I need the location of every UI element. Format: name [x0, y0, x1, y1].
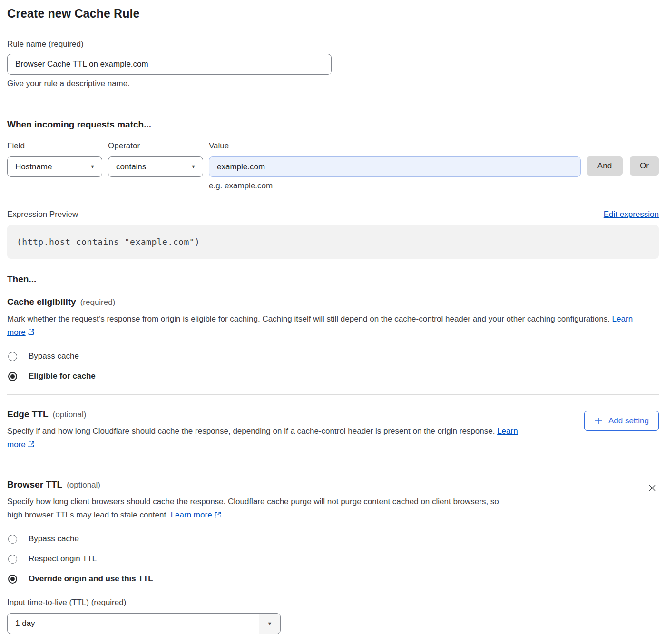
- value-label: Value: [209, 141, 581, 151]
- cache-eligibility-title: Cache eligibility: [7, 297, 76, 307]
- chevron-down-icon: ▼: [90, 164, 95, 169]
- match-controls-row: Field Hostname ▼ Operator contains ▼ Val…: [7, 141, 659, 177]
- edge-ttl-description: Specify if and how long Cloudflare shoul…: [7, 425, 530, 451]
- ttl-select-dropdown-button[interactable]: ▼: [259, 614, 280, 634]
- radio-option-eligible-for-cache[interactable]: Eligible for cache: [7, 371, 659, 381]
- value-input[interactable]: [209, 156, 581, 177]
- rule-name-input[interactable]: [7, 54, 332, 75]
- browser-ttl-learn-more-link[interactable]: Learn more: [171, 510, 212, 519]
- radio-icon[interactable]: [8, 352, 17, 361]
- browser-ttl-qualifier: (optional): [67, 480, 100, 490]
- edge-ttl-qualifier: (optional): [53, 410, 87, 420]
- ttl-select[interactable]: 1 day ▼: [7, 613, 281, 634]
- radio-option-respect-origin-ttl[interactable]: Respect origin TTL: [7, 554, 659, 564]
- field-label: Field: [7, 141, 102, 151]
- cache-eligibility-radio-group: Bypass cache Eligible for cache: [7, 351, 659, 381]
- ttl-select-value: 1 day: [8, 614, 259, 634]
- match-heading: When incoming requests match...: [7, 119, 659, 130]
- radio-option-label: Eligible for cache: [29, 371, 96, 381]
- chevron-down-icon: ▼: [191, 164, 196, 169]
- rule-name-section: Rule name (required) Give your rule a de…: [7, 39, 659, 88]
- browser-ttl-section: Browser TTL (optional) Specify how long …: [7, 479, 659, 522]
- cache-eligibility-qualifier: (required): [80, 298, 116, 307]
- expression-preview-label: Expression Preview: [7, 210, 78, 219]
- or-button[interactable]: Or: [630, 156, 659, 176]
- external-link-icon: [28, 328, 35, 336]
- section-divider: [7, 102, 659, 102]
- radio-option-label: Bypass cache: [29, 351, 79, 361]
- radio-option-bypass-cache[interactable]: Bypass cache: [7, 534, 659, 544]
- field-select[interactable]: Hostname ▼: [7, 156, 102, 177]
- edge-ttl-section: Edge TTL (optional) Specify if and how l…: [7, 409, 659, 451]
- operator-select[interactable]: contains ▼: [108, 156, 203, 177]
- radio-option-label: Respect origin TTL: [29, 554, 97, 564]
- plus-icon: [594, 417, 603, 425]
- ttl-input-label: Input time-to-live (TTL) (required): [7, 598, 659, 607]
- rule-name-help: Give your rule a descriptive name.: [7, 79, 659, 88]
- operator-label: Operator: [108, 141, 203, 151]
- rule-name-label: Rule name (required): [7, 39, 659, 49]
- radio-option-bypass-cache[interactable]: Bypass cache: [7, 351, 659, 361]
- radio-option-override-origin-ttl[interactable]: Override origin and use this TTL: [7, 574, 659, 584]
- cache-eligibility-description: Mark whether the request’s response from…: [7, 312, 645, 339]
- browser-ttl-description: Specify how long client browsers should …: [7, 495, 504, 522]
- edge-ttl-title: Edge TTL: [7, 409, 49, 420]
- edge-ttl-description-text: Specify if and how long Cloudflare shoul…: [7, 427, 495, 436]
- cache-eligibility-section: Cache eligibility (required) Mark whethe…: [7, 297, 659, 381]
- cache-eligibility-description-text: Mark whether the request’s response from…: [7, 314, 610, 323]
- radio-selected-icon[interactable]: [8, 575, 17, 584]
- operator-select-value: contains: [116, 162, 146, 172]
- chevron-down-icon: ▼: [267, 621, 273, 626]
- and-button[interactable]: And: [587, 156, 623, 176]
- radio-icon[interactable]: [8, 555, 17, 564]
- section-divider: [7, 465, 659, 465]
- browser-ttl-radio-group: Bypass cache Respect origin TTL Override…: [7, 534, 659, 584]
- value-help: e.g. example.com: [209, 181, 659, 191]
- radio-option-label: Bypass cache: [29, 534, 79, 544]
- section-divider: [7, 394, 659, 395]
- add-setting-label: Add setting: [608, 416, 649, 426]
- field-select-value: Hostname: [15, 162, 52, 172]
- page-title: Create new Cache Rule: [7, 7, 659, 20]
- remove-browser-ttl-button[interactable]: [646, 481, 659, 495]
- close-icon: [647, 483, 657, 493]
- browser-ttl-description-text: Specify how long client browsers should …: [7, 497, 499, 519]
- add-setting-button[interactable]: Add setting: [584, 411, 659, 431]
- external-link-icon: [214, 511, 222, 518]
- expression-code-block: (http.host contains "example.com"): [7, 225, 659, 259]
- radio-icon[interactable]: [8, 535, 17, 544]
- expression-code: (http.host contains "example.com"): [17, 237, 200, 247]
- browser-ttl-title: Browser TTL: [7, 479, 62, 490]
- edit-expression-link[interactable]: Edit expression: [604, 210, 659, 219]
- radio-option-label: Override origin and use this TTL: [29, 574, 153, 584]
- then-heading: Then...: [7, 274, 659, 284]
- external-link-icon: [28, 440, 35, 448]
- radio-selected-icon[interactable]: [8, 372, 17, 381]
